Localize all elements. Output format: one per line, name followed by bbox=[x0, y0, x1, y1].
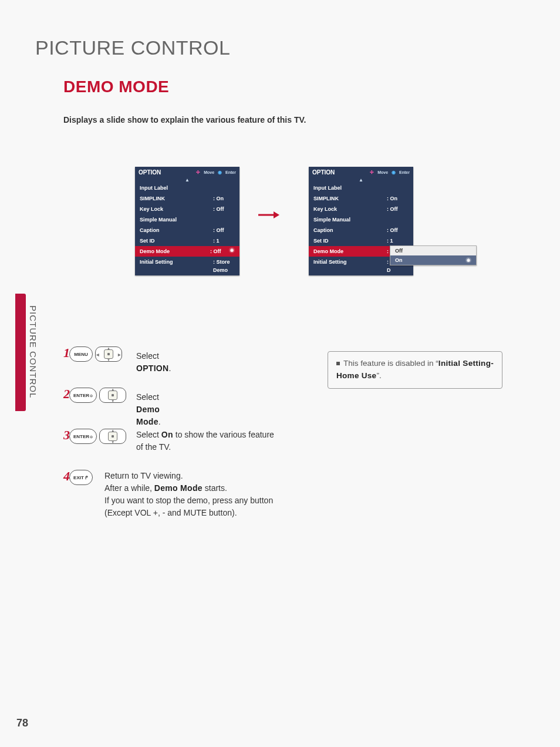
step-text: Select Demo Mode. bbox=[136, 391, 161, 428]
exit-button-icon: EXIT↱ bbox=[69, 470, 93, 485]
osd-value bbox=[213, 216, 235, 224]
t: starts. bbox=[203, 483, 227, 493]
osd-header: OPTION ✢ Move ◉ Enter bbox=[309, 167, 413, 178]
t: . bbox=[168, 364, 171, 373]
t-bold: Demo Mode bbox=[136, 405, 160, 426]
submenu-label: On bbox=[395, 257, 403, 263]
svg-marker-1 bbox=[274, 211, 279, 218]
osd-row: Simple Manual bbox=[309, 214, 413, 225]
osd-value: : Off bbox=[213, 226, 235, 234]
t-bold: OPTION bbox=[136, 364, 168, 373]
osd-label: Demo Mode bbox=[140, 247, 210, 255]
t-bold: Demo Mode bbox=[154, 483, 203, 493]
osd-header: OPTION ✢ Move ◉ Enter bbox=[135, 167, 239, 178]
osd-row: SIMPLINK: On bbox=[309, 193, 413, 204]
enter-dot-icon: ◉ bbox=[392, 170, 396, 175]
osd-value bbox=[387, 216, 409, 224]
osd-label: Caption bbox=[140, 226, 213, 234]
t: After a while, bbox=[104, 483, 154, 493]
osd-value: : Off bbox=[213, 205, 235, 213]
osd-label: Caption bbox=[313, 226, 387, 234]
osd-menu-before: OPTION ✢ Move ◉ Enter ▲ Input Label SIMP… bbox=[135, 167, 239, 275]
enter-button-icon: ENTER⊙ bbox=[69, 388, 97, 403]
up-arrow-icon: ▲ bbox=[309, 178, 413, 183]
circle-icon: ⊙ bbox=[90, 435, 93, 439]
enter-button-icon: ENTER⊙ bbox=[69, 429, 97, 444]
osd-row: Initial Setting: Store Demo bbox=[135, 257, 239, 275]
t: Return to TV viewing. bbox=[104, 471, 183, 480]
osd-row: Set ID: 1 bbox=[135, 235, 239, 246]
section-title: DEMO MODE bbox=[63, 78, 169, 96]
exit-arrow-icon: ↱ bbox=[85, 475, 89, 480]
step-text: Select On to show the various feature of… bbox=[136, 429, 283, 453]
menu-button-icon: MENU bbox=[69, 346, 93, 362]
osd-value: : 1 bbox=[387, 237, 409, 245]
osd-label: Initial Setting bbox=[140, 258, 213, 274]
enter-label: Enter bbox=[225, 170, 236, 174]
osd-label: Simple Manual bbox=[313, 216, 387, 224]
osd-label: Set ID bbox=[313, 237, 387, 245]
step-text: Select OPTION. bbox=[136, 350, 171, 375]
osd-label: Initial Setting bbox=[313, 258, 387, 274]
osd-value: : Store Demo bbox=[213, 258, 235, 274]
osd-row: Input Label bbox=[135, 183, 239, 193]
note-box: This feature is disabled in “Initial Set… bbox=[328, 351, 502, 389]
enter-icon: ◉ bbox=[229, 247, 235, 253]
t: If you want to stop the demo, press any … bbox=[104, 496, 273, 517]
osd-row: Set ID: 1 bbox=[309, 235, 413, 246]
step-text: Return to TV viewing. After a while, Dem… bbox=[104, 470, 286, 519]
osd-row: SIMPLINK: On bbox=[135, 193, 239, 204]
enter-icon: ◉ bbox=[465, 257, 471, 263]
note-text: ”. bbox=[376, 371, 381, 380]
osd-value bbox=[387, 184, 409, 192]
osd-row: Input Label bbox=[309, 183, 413, 193]
t: Select bbox=[136, 430, 161, 439]
osd-row: Key Lock: Off bbox=[135, 204, 239, 214]
move-label: Move bbox=[377, 170, 388, 174]
page-number: 78 bbox=[16, 717, 28, 729]
submenu-popup: Off On ◉ bbox=[390, 245, 477, 265]
osd-title: OPTION bbox=[312, 169, 335, 176]
osd-title: OPTION bbox=[139, 169, 161, 176]
move-label: Move bbox=[204, 170, 214, 174]
osd-value: : Off bbox=[387, 205, 409, 213]
submenu-item-off: Off bbox=[390, 246, 476, 255]
osd-row: Simple Manual bbox=[135, 214, 239, 225]
osd-value: : On bbox=[213, 194, 235, 203]
dpad-icon: ▲▼ bbox=[99, 429, 126, 444]
osd-row-highlight: Demo Mode : Off ◉ bbox=[135, 246, 239, 257]
osd-label: Key Lock bbox=[313, 205, 387, 213]
osd-label: Set ID bbox=[140, 237, 213, 245]
osd-label: SIMPLINK bbox=[140, 194, 213, 203]
osd-label: Input Label bbox=[140, 184, 213, 192]
osd-label: Input Label bbox=[313, 184, 387, 192]
move-icon: ✢ bbox=[370, 170, 374, 175]
osd-row: Caption: Off bbox=[309, 225, 413, 235]
section-description: Displays a slide show to explain the var… bbox=[63, 115, 306, 124]
t: Select bbox=[136, 351, 159, 361]
t: . bbox=[158, 417, 161, 426]
t: Select bbox=[136, 392, 159, 402]
osd-value: : Off bbox=[387, 226, 409, 234]
osd-value: : On bbox=[387, 194, 409, 203]
osd-value: : 1 bbox=[213, 237, 235, 245]
submenu-item-on: On ◉ bbox=[390, 255, 476, 265]
side-label: PICTURE CONTROL bbox=[28, 305, 38, 398]
dpad-icon: ▲▼◀▶ bbox=[95, 346, 122, 362]
osd-label: Key Lock bbox=[140, 205, 213, 213]
arrow-right-icon bbox=[257, 210, 281, 220]
osd-value: : Off bbox=[210, 247, 229, 255]
note-text: This feature is disabled in “ bbox=[343, 359, 438, 368]
bullet-icon bbox=[336, 362, 340, 365]
osd-value bbox=[213, 184, 235, 192]
dpad-icon: ▲▼ bbox=[99, 388, 126, 403]
osd-label: Simple Manual bbox=[140, 216, 213, 224]
side-tab bbox=[15, 294, 26, 411]
osd-row: Caption: Off bbox=[135, 225, 239, 235]
page-title: PICTURE CONTROL bbox=[35, 36, 230, 59]
osd-row: Key Lock: Off bbox=[309, 204, 413, 214]
osd-label: Demo Mode bbox=[313, 247, 387, 255]
osd-label: SIMPLINK bbox=[313, 194, 387, 203]
enter-dot-icon: ◉ bbox=[218, 170, 222, 175]
t-bold: On bbox=[161, 430, 173, 439]
